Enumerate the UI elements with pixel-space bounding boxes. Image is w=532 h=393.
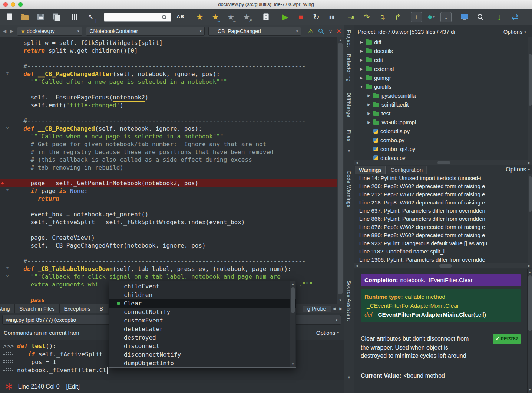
code-line[interactable] [0, 171, 337, 179]
tabs-scroll-right-icon[interactable]: ▶ [337, 307, 344, 311]
tool-tab-files[interactable]: Files [344, 126, 354, 145]
scroll-up-icon[interactable]: ▲ [337, 39, 344, 42]
tab-bookmarks[interactable]: B [95, 304, 108, 313]
strip-scroll-down-icon[interactable]: ▼ [344, 149, 354, 153]
tool-tab-project[interactable]: Project [344, 28, 354, 49]
tree-item-scintillaedit[interactable]: ▶scintillaedit [354, 100, 528, 109]
tree-item-colorutils-py[interactable]: colorutils.py [354, 127, 528, 135]
fold-toggle-icon[interactable]: ▽ [6, 266, 9, 270]
tab-exceptions[interactable]: Exceptions [60, 304, 95, 313]
restart-icon[interactable]: ↻ [310, 11, 323, 23]
new-file-icon[interactable] [3, 11, 16, 23]
expand-arrow-icon[interactable]: ▶ [359, 49, 364, 53]
scroll-left-icon[interactable]: ◀ [356, 265, 358, 268]
scroll-up-icon[interactable]: ▲ [528, 271, 532, 274]
expand-arrow-icon[interactable]: ▶ [367, 120, 371, 124]
strip-scroll-down-icon[interactable]: ▼ [344, 376, 354, 379]
scroll-down-icon[interactable]: ▼ [337, 299, 344, 302]
tab-configuration[interactable]: Configuration [387, 166, 427, 174]
goto-definition-icon[interactable]: ↓ [493, 11, 506, 23]
tab-testing[interactable]: sting [0, 304, 15, 313]
code-line[interactable]: ▽ def __CB_PageChanged(self, notebook, i… [0, 125, 337, 132]
tabs-scroll-left-icon[interactable]: ◀ [331, 307, 338, 311]
edit-cursor-icon[interactable]: ↖| [85, 11, 97, 23]
tree-item-guiutils[interactable]: ▼guiutils [354, 82, 528, 91]
warning-row[interactable]: Line 1182: Undefined name: split_i [354, 248, 528, 256]
expand-arrow-icon[interactable]: ▶ [359, 58, 364, 62]
tree-item-diff[interactable]: ▶diff [354, 37, 528, 46]
code-line[interactable]: # (this callback is also called as a sid… [0, 156, 337, 164]
code-line[interactable]: self.__EnsurePageFocus(notebook2) [0, 94, 337, 101]
warning-row[interactable]: Line 866: PyLint: Parameters differ from… [354, 215, 528, 223]
code-line[interactable]: """Called after a new page is selected i… [0, 78, 337, 86]
method-menu-dropdown[interactable]: __CB_PageChanged ▾ [208, 27, 301, 36]
bookmark-jump-icon[interactable]: ★↗ [240, 11, 253, 23]
scroll-down-icon[interactable]: ▼ [290, 363, 295, 366]
run-icon[interactable]: ▶ [279, 11, 291, 23]
indentation-icon[interactable] [69, 11, 82, 23]
bookmark-icon[interactable]: ★ [194, 11, 206, 23]
current-debug-line[interactable]: ◆ page = self._GetPanelInNotebook(notebo… [0, 179, 337, 187]
tree-item-combo-qt4-py[interactable]: combo_qt4.py [354, 144, 528, 153]
code-line[interactable]: self.__CB_PageChangedAfter(notebook, ign… [0, 242, 337, 249]
code-line[interactable]: # Get page for given notebook/tab number… [0, 140, 337, 148]
fold-toggle-icon[interactable]: ▽ [6, 274, 9, 278]
close-icon[interactable]: × [337, 27, 341, 36]
tab-debug-probe[interactable]: g Probe [303, 306, 331, 312]
code-line[interactable]: ▽ def _CB_TabLabelMouseDown(self, tab_la… [0, 265, 337, 273]
run-to-cursor-icon[interactable]: ⇥ [345, 11, 357, 23]
project-vertical-scrollbar[interactable] [528, 37, 532, 160]
tree-item-pysidescintilla[interactable]: ▶pysidescintilla [354, 91, 528, 100]
warnings-horizontal-scrollbar[interactable]: ◀ ▶ [354, 263, 532, 268]
scroll-right-icon[interactable]: ▶ [528, 265, 531, 268]
scroll-down-icon[interactable]: ▼ [528, 389, 532, 392]
tree-item-edit[interactable]: ▶edit [354, 55, 528, 64]
code-line[interactable]: return split_w.get_children()[0] [0, 47, 337, 55]
runtime-type-link[interactable]: callable method [405, 294, 445, 300]
warning-row[interactable]: Line 880: Pep8: W602 deprecated form of … [354, 231, 528, 239]
history-forward-icon[interactable]: ▶ [10, 29, 13, 34]
scrollbar-thumb[interactable] [291, 287, 295, 313]
completion-item[interactable]: children [109, 291, 296, 299]
fold-toggle-icon[interactable]: ▽ [6, 126, 9, 130]
completion-item[interactable]: customEvent [109, 316, 296, 325]
tool-tab-source-assistant[interactable]: Source Assistant [344, 272, 354, 329]
stop-icon[interactable]: ■ [294, 11, 307, 23]
warnings-options-button[interactable]: Options ▾ [506, 166, 530, 174]
code-line[interactable]: self.emit('title-changed') [0, 101, 337, 109]
scroll-left-icon[interactable]: ◀ [356, 161, 358, 164]
code-line[interactable]: ▽ if page is None: [0, 187, 337, 195]
code-line[interactable]: return [0, 195, 337, 203]
step-over-icon[interactable]: ↷ [360, 11, 373, 23]
code-line[interactable]: event_box = notebook.get_parent() [0, 210, 337, 218]
code-line[interactable]: page._CreateView() [0, 234, 337, 242]
fold-toggle-icon[interactable]: ▽ [6, 189, 9, 192]
warning-row[interactable]: Line 206: Pep8: W602 deprecated form of … [354, 182, 528, 190]
code-line[interactable]: #---------------------------------------… [0, 257, 337, 265]
down-stack-icon[interactable]: ↓ [440, 12, 452, 22]
editor-vertical-scrollbar[interactable]: ▲ ▼ [337, 37, 344, 304]
tree-item-external[interactable]: ▶external [354, 64, 528, 73]
open-file-icon[interactable] [19, 11, 31, 23]
warning-icon[interactable]: ⚠ [308, 27, 314, 35]
warning-row[interactable]: Line 14: PyLint: Unused import itertools… [354, 174, 528, 182]
file-menu-dropdown[interactable]: ★ dockview.py ▾ [17, 27, 82, 36]
code-line[interactable]: split_w = self._fGtkSplitWidgets[split] [0, 39, 337, 47]
scrollbar-thumb[interactable] [529, 176, 532, 212]
history-back-icon[interactable]: ◀ [3, 29, 6, 34]
runtime-class-link[interactable]: _CEventFilterForAdapterMixin.Clear [367, 302, 459, 309]
scrollbar-thumb[interactable] [528, 275, 532, 331]
project-horizontal-scrollbar[interactable]: ◀ ▶ [354, 160, 532, 165]
completion-item[interactable]: disconnectNotify [109, 350, 296, 359]
project-options-button[interactable]: Options ▾ [503, 29, 526, 35]
code-line[interactable]: # tab removing in rebuild) [0, 164, 337, 171]
expand-arrow-icon[interactable]: ▶ [359, 76, 364, 80]
new-snippet-icon[interactable] [260, 11, 272, 23]
pause-icon[interactable]: ▮▮ [326, 11, 338, 23]
breakpoint-marker-icon[interactable]: ◆ [1, 181, 4, 185]
tree-item-WGuiCppImpl[interactable]: ▶WGuiCppImpl [354, 118, 528, 127]
tool-tab-code-warnings[interactable]: Code Warnings [344, 166, 354, 213]
debug-console-icon[interactable] [458, 11, 471, 23]
code-line[interactable] [0, 55, 337, 62]
code-line[interactable] [0, 249, 337, 257]
